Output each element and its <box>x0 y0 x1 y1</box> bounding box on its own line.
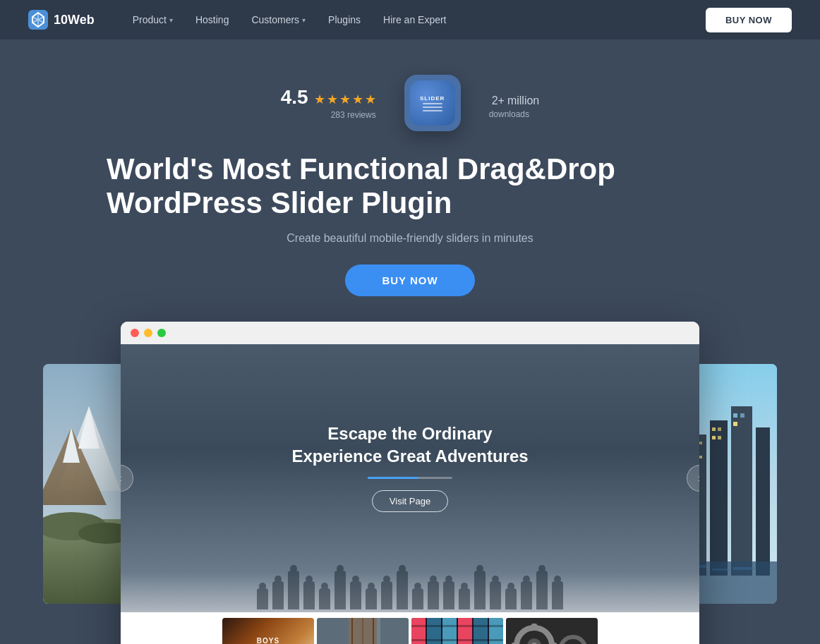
nav-buy-now-button[interactable]: BUY NOW <box>706 8 792 32</box>
silhouette-14 <box>459 588 470 609</box>
sub-headline: Create beautiful mobile-friendly sliders… <box>28 232 792 245</box>
browser-dot-green <box>157 329 166 337</box>
nav-item-customers[interactable]: Customers ▾ <box>241 8 315 31</box>
boys-only-label: BOYSONLY <box>257 637 279 644</box>
silhouette-15 <box>474 571 486 609</box>
star-1: ★ <box>314 92 325 107</box>
silhouette-13 <box>443 581 454 609</box>
thumb-4-image <box>506 618 598 644</box>
silhouette-9 <box>381 581 392 609</box>
silhouette-10 <box>397 571 408 609</box>
thumb-2-image <box>317 618 409 644</box>
slider-next-button[interactable]: › <box>687 465 699 492</box>
slider-progress-fill <box>368 477 418 479</box>
plugin-icon-label: SLIDER <box>420 95 445 102</box>
thumbnail-4[interactable] <box>506 618 598 644</box>
svg-rect-19 <box>718 427 721 431</box>
thumbnail-2[interactable] <box>317 618 409 644</box>
svg-rect-28 <box>733 567 754 570</box>
svg-rect-11 <box>710 420 728 576</box>
silhouette-20 <box>552 581 563 609</box>
svg-rect-15 <box>699 442 702 444</box>
mockup-area: Escape the Ordinary Experience Great Adv… <box>121 322 699 644</box>
thumb-3-image <box>411 618 503 644</box>
svg-rect-35 <box>380 618 409 644</box>
svg-rect-17 <box>699 456 702 458</box>
svg-rect-20 <box>712 436 716 439</box>
slider-line1: Escape the Ordinary <box>291 423 528 444</box>
silhouette-19 <box>536 571 548 609</box>
slider-line2: Experience Great Adventures <box>291 445 528 467</box>
thumbnail-1[interactable]: BOYSONLY <box>222 618 314 644</box>
silhouette-6 <box>334 571 346 609</box>
browser-window: Escape the Ordinary Experience Great Adv… <box>121 322 699 644</box>
silhouette-4 <box>303 581 315 609</box>
silhouette-18 <box>521 581 532 609</box>
silhouette-5 <box>319 588 330 609</box>
svg-rect-43 <box>411 625 503 627</box>
svg-rect-21 <box>718 436 721 439</box>
thumbnail-3[interactable] <box>411 618 503 644</box>
plugin-icon-inner: SLIDER <box>410 80 455 126</box>
downloads-number: 2+million <box>489 87 540 109</box>
brand-name: 10Web <box>54 13 95 28</box>
svg-rect-44 <box>411 639 503 641</box>
silhouette-row <box>121 556 699 612</box>
hero-section: 4.5 ★ ★ ★ ★ ★ 283 reviews SLIDER <box>0 40 820 644</box>
thumb-detail-1: BOYSONLY <box>222 618 314 644</box>
main-nav: 10Web Product ▾ Hosting Customers ▾ Plug… <box>0 0 820 40</box>
star-rating: ★ ★ ★ ★ ★ <box>314 92 376 107</box>
slider-title: Escape the Ordinary Experience Great Adv… <box>291 423 528 466</box>
nav-item-product[interactable]: Product ▾ <box>123 8 183 31</box>
silhouette-17 <box>505 588 517 609</box>
rating-block: 4.5 ★ ★ ★ ★ ★ 283 reviews <box>281 86 376 120</box>
star-2: ★ <box>327 92 338 107</box>
silhouette-16 <box>490 581 501 609</box>
nav-item-hosting[interactable]: Hosting <box>186 8 239 31</box>
browser-bar <box>121 322 699 344</box>
svg-rect-22 <box>733 413 737 418</box>
logo-icon <box>28 10 48 30</box>
svg-rect-23 <box>740 413 744 418</box>
browser-dot-red <box>131 329 139 337</box>
stats-row: 4.5 ★ ★ ★ ★ ★ 283 reviews SLIDER <box>28 75 792 131</box>
silhouette-12 <box>428 581 439 609</box>
svg-rect-27 <box>712 569 730 571</box>
chevron-down-icon: ▾ <box>169 16 173 24</box>
svg-rect-51 <box>531 624 537 629</box>
plugin-icon: SLIDER <box>404 75 461 131</box>
svg-rect-13 <box>756 427 770 576</box>
visit-page-button[interactable]: Visit Page <box>372 490 448 512</box>
svg-rect-18 <box>712 427 716 431</box>
main-headline: World's Most Functional Drag&Drop WordPr… <box>107 152 713 221</box>
star-4: ★ <box>352 92 363 107</box>
svg-rect-24 <box>733 422 737 426</box>
star-3: ★ <box>339 92 351 107</box>
star-5: ★ <box>365 92 376 107</box>
logo-link[interactable]: 10Web <box>28 10 95 30</box>
nav-links: Product ▾ Hosting Customers ▾ Plugins Hi… <box>123 8 706 31</box>
svg-rect-34 <box>317 618 349 644</box>
silhouette-3 <box>288 571 299 609</box>
svg-rect-12 <box>731 406 752 576</box>
slider-prev-button[interactable]: ‹ <box>121 465 133 492</box>
slider-area: Escape the Ordinary Experience Great Adv… <box>121 344 699 612</box>
plugin-icon-decoration <box>423 103 442 111</box>
reviews-count: 283 reviews <box>331 110 376 120</box>
downloads-label: downloads <box>489 109 529 119</box>
thumbnail-strip: BOYSONLY <box>121 612 699 644</box>
silhouette-7 <box>350 581 361 609</box>
silhouette-8 <box>366 588 377 609</box>
browser-dot-yellow <box>144 329 152 337</box>
rating-number: 4.5 <box>281 86 308 109</box>
chevron-down-icon-2: ▾ <box>302 16 306 24</box>
silhouette-2 <box>272 581 284 609</box>
silhouette-1 <box>257 588 268 609</box>
nav-item-hire[interactable]: Hire an Expert <box>373 8 456 31</box>
downloads-block: 2+million downloads <box>489 87 540 119</box>
slider-text: Escape the Ordinary Experience Great Adv… <box>291 423 528 511</box>
nav-item-plugins[interactable]: Plugins <box>318 8 370 31</box>
hero-buy-now-button[interactable]: BUY NOW <box>345 265 474 296</box>
silhouette-11 <box>412 588 423 609</box>
slider-progress-bar <box>368 477 452 479</box>
